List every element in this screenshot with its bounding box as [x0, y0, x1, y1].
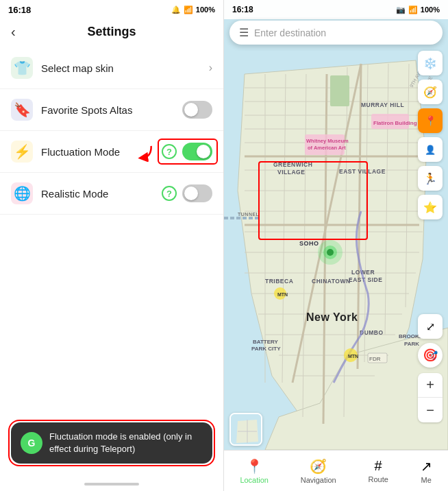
- realistic-mode-label: Realistic Mode: [41, 188, 162, 200]
- bottom-indicator: [84, 483, 139, 486]
- svg-text:TUNNEL: TUNNEL: [238, 212, 260, 217]
- back-button[interactable]: ‹: [11, 24, 16, 40]
- toast-app-icon: G: [21, 432, 42, 454]
- toast-message: Fluctuation mode is enabled (only in eff…: [49, 431, 203, 455]
- map-skin-icon: 👕: [11, 57, 33, 79]
- fluctuation-icon: ⚡: [11, 141, 33, 163]
- right-status-icons: 📷 📶 100%: [396, 5, 440, 14]
- svg-text:FDR: FDR: [369, 356, 381, 362]
- map-search-bar[interactable]: ☰ Enter destination: [229, 21, 443, 45]
- person-top-btn[interactable]: 👤: [418, 137, 443, 162]
- fluctuation-toggle[interactable]: [182, 143, 212, 160]
- svg-text:MURRAY HILL: MURRAY HILL: [361, 101, 404, 108]
- navigation-nav-icon: 🧭: [310, 458, 327, 475]
- status-bar-right: 16:18 📷 📶 100%: [224, 0, 448, 19]
- realistic-help-icon[interactable]: ?: [162, 186, 177, 201]
- realistic-mode-icon: 🌐: [11, 182, 33, 204]
- location-nav-icon: 📍: [246, 458, 263, 475]
- navigation-nav-label: Navigation: [301, 476, 336, 484]
- svg-text:VILLAGE: VILLAGE: [277, 169, 305, 176]
- nav-navigation[interactable]: 🧭 Navigation: [301, 458, 336, 484]
- time-left: 16:18: [8, 5, 31, 15]
- svg-text:GREENWICH: GREENWICH: [273, 161, 312, 168]
- status-icons-left: 🔔 📶 100%: [171, 5, 215, 14]
- favorite-spots-icon: 🔖: [11, 99, 33, 121]
- favorite-spots-toggle[interactable]: [182, 101, 212, 119]
- svg-text:Whitney Museum: Whitney Museum: [306, 138, 349, 144]
- figure-button[interactable]: 🏃: [418, 166, 443, 191]
- svg-text:SOHO: SOHO: [299, 240, 319, 247]
- map-thumbnail[interactable]: [229, 413, 262, 446]
- svg-text:PARK CITY: PARK CITY: [251, 346, 281, 352]
- teleport-button[interactable]: 📍: [418, 108, 443, 133]
- page-title: Settings: [11, 25, 212, 39]
- realistic-toggle[interactable]: [182, 184, 212, 202]
- svg-text:BATTERY: BATTERY: [253, 339, 279, 345]
- svg-text:Flatiron Building: Flatiron Building: [373, 120, 417, 126]
- map-top-right-controls: ❄️ 🧭 📍 👤 🏃 ⭐: [418, 51, 443, 219]
- hamburger-button[interactable]: ☰: [239, 26, 249, 39]
- svg-text:PARK: PARK: [404, 341, 419, 347]
- map-skin-label: Select map skin: [41, 62, 209, 74]
- chevron-icon: ›: [209, 62, 212, 74]
- nav-route[interactable]: # Route: [368, 458, 388, 483]
- camera-icon: 📷: [396, 5, 406, 14]
- wifi-icon: 📶: [184, 5, 193, 14]
- battery-text: 100%: [196, 5, 215, 14]
- svg-text:CHINATOWN: CHINATOWN: [312, 278, 351, 285]
- snowflake-button[interactable]: ❄️: [418, 51, 443, 75]
- favorite-spots-label: Favorite Spots Altas: [41, 104, 182, 116]
- nav-location[interactable]: 📍 Location: [240, 458, 269, 484]
- notification-icon: 🔔: [171, 5, 181, 14]
- realistic-mode-item[interactable]: 🌐 Realistic Mode ?: [0, 173, 223, 215]
- me-nav-icon: ↗: [421, 458, 432, 475]
- top-bar: ‹ Settings: [0, 19, 223, 47]
- locate-button[interactable]: 🎯: [418, 343, 443, 368]
- arrow-indicator: [133, 139, 159, 165]
- star-button[interactable]: ⭐: [418, 195, 443, 219]
- map-bottom-nav: 📍 Location 🧭 Navigation # Route ↗ Me: [224, 450, 448, 491]
- map-panel: 16:18 📷 📶 100% ☰ Enter destination: [224, 0, 448, 491]
- map-svg: Flatiron Building Whitney Museum of Amer…: [224, 19, 448, 450]
- wifi-icon-right: 📶: [408, 5, 418, 14]
- svg-text:New York: New York: [306, 311, 358, 323]
- zoom-out-button[interactable]: −: [418, 398, 443, 422]
- compass-button[interactable]: 🧭: [418, 80, 443, 104]
- svg-rect-33: [330, 75, 349, 106]
- search-placeholder[interactable]: Enter destination: [254, 27, 433, 38]
- svg-text:EAST SIDE: EAST SIDE: [349, 276, 382, 283]
- svg-text:MTN: MTN: [348, 354, 358, 359]
- route-nav-icon: #: [375, 458, 382, 474]
- status-bar-left: 16:18 🔔 📶 100%: [0, 0, 223, 19]
- settings-panel: 16:18 🔔 📶 100% ‹ Settings 👕 Select map s…: [0, 0, 224, 491]
- toast-notification: G Fluctuation mode is enabled (only in e…: [11, 422, 212, 464]
- location-nav-label: Location: [240, 476, 269, 484]
- battery-right: 100%: [421, 5, 440, 14]
- svg-text:of American Art: of American Art: [308, 145, 346, 151]
- favorite-spots-item[interactable]: 🔖 Favorite Spots Altas: [0, 89, 223, 131]
- svg-text:EAST VILLAGE: EAST VILLAGE: [339, 168, 386, 175]
- route-nav-label: Route: [368, 475, 388, 483]
- svg-point-42: [327, 249, 334, 256]
- svg-text:TRIBECA: TRIBECA: [265, 278, 293, 285]
- zoom-in-button[interactable]: +: [418, 373, 443, 398]
- svg-text:MTN: MTN: [277, 292, 288, 297]
- map-skin-item[interactable]: 👕 Select map skin ›: [0, 47, 223, 89]
- fluctuation-mode-item[interactable]: ⚡ Fluctuation Mode ?: [0, 131, 223, 173]
- me-nav-label: Me: [421, 476, 431, 484]
- toast-container: G Fluctuation mode is enabled (only in e…: [8, 420, 215, 466]
- person-controls: 👤: [418, 137, 443, 162]
- time-right: 16:18: [232, 5, 253, 14]
- fluctuation-help-icon[interactable]: ?: [162, 144, 177, 159]
- expand-button[interactable]: ⤢: [418, 314, 443, 339]
- zoom-controls: + −: [418, 373, 443, 422]
- nav-me[interactable]: ↗ Me: [421, 458, 432, 484]
